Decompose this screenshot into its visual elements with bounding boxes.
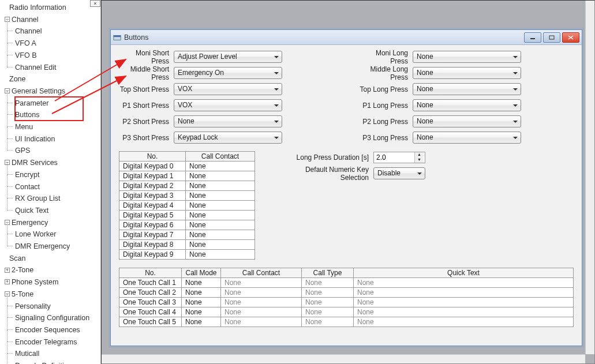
tree-encrypt[interactable]: Encrypt [15,171,39,179]
tree-parameter[interactable]: Parameter [15,99,48,107]
touch-qt[interactable]: None [354,278,574,288]
dropdown-p3-sp[interactable]: Keypad Lock [174,132,282,144]
keypad-contact[interactable]: None [186,162,255,171]
touch-type[interactable]: None [302,278,354,288]
table-row[interactable]: Digital Keypad 6None [119,220,255,230]
touch-type[interactable]: None [302,298,354,307]
scrollbar-horizontal[interactable] [102,354,585,363]
touch-contact[interactable]: None [221,278,302,288]
dropdown-middle-sp[interactable]: Emergency On [174,67,282,79]
tree-vfo-a[interactable]: VFO A [15,39,36,47]
dropdown-p2-sp[interactable]: None [174,115,282,127]
dropdown-top-sp[interactable]: VOX [174,83,282,95]
maximize-button[interactable] [543,32,560,43]
titlebar[interactable]: Buttons [111,30,582,45]
tree-5tone[interactable]: 5-Tone [12,290,33,298]
touch-type[interactable]: None [302,307,354,317]
tree-ui-indication[interactable]: UI Indication [15,134,55,142]
dropdown-moni-sp[interactable]: Adjust Power Level [174,51,282,63]
keypad-contact[interactable]: None [186,211,255,220]
table-row[interactable]: Digital Keypad 2None [119,181,255,191]
keypad-contact[interactable]: None [186,250,255,260]
touch-contact[interactable]: None [221,288,302,298]
keypad-contact[interactable]: None [186,230,255,240]
table-row[interactable]: One Touch Call 3NoneNoneNoneNone [119,298,574,307]
tree-2tone[interactable]: 2-Tone [12,266,33,274]
tree-sig-config[interactable]: Signaling Configuration [15,314,89,322]
spinner-down-icon[interactable]: ▼ [415,157,424,163]
table-row[interactable]: Digital Keypad 1None [119,171,255,181]
keypad-contact[interactable]: None [186,201,255,211]
tree-general[interactable]: General Settings [12,87,65,95]
touch-mode[interactable]: None [182,278,221,288]
touch-qt[interactable]: None [354,288,574,298]
dropdown-def-numkey[interactable]: Disable [373,167,425,179]
touch-mode[interactable]: None [182,298,221,307]
input-lp-duration[interactable] [374,152,414,163]
spinner-up-icon[interactable]: ▲ [415,152,424,157]
tree-menu[interactable]: Menu [15,123,33,131]
tree-gps[interactable]: GPS [15,147,30,155]
table-row[interactable]: Digital Keypad 5None [119,211,255,220]
touch-mode[interactable]: None [182,288,221,298]
tree-zone[interactable]: Zone [9,75,26,83]
tree-quick-text[interactable]: Quick Text [15,207,48,215]
dropdown-p1-sp[interactable]: VOX [174,99,282,111]
touch-type[interactable]: None [302,288,354,298]
touch-contact[interactable]: None [221,298,302,307]
table-row[interactable]: Digital Keypad 3None [119,191,255,201]
minimize-button[interactable] [524,32,541,43]
tree-lone-worker[interactable]: Lone Worker [15,230,56,238]
tree-contact[interactable]: Contact [15,182,40,190]
tree-buttons[interactable]: Buttons [15,111,39,119]
dropdown-p1-lp[interactable]: None [413,99,521,111]
table-row[interactable]: Digital Keypad 7None [119,230,255,240]
keypad-contact[interactable]: None [186,171,255,181]
tree-decode-def[interactable]: Decode Definition [15,362,72,364]
table-row[interactable]: One Touch Call 1NoneNoneNoneNone [119,278,574,288]
touch-contact[interactable]: None [221,317,302,327]
tree-emergency[interactable]: Emergency [12,218,48,226]
touch-type[interactable]: None [302,317,354,327]
tree-dmr-emergency[interactable]: DMR Emergency [15,242,70,250]
scrollbar-vertical[interactable] [585,1,594,354]
table-row[interactable]: Digital Keypad 8None [119,240,255,250]
keypad-contact[interactable]: None [186,240,255,250]
touch-mode[interactable]: None [182,307,221,317]
dropdown-p3-lp[interactable]: None [413,132,521,144]
keypad-contact[interactable]: None [186,181,255,191]
tree-toggle-2tone[interactable]: + [5,268,10,273]
touch-qt[interactable]: None [354,307,574,317]
tree-channel[interactable]: Channel [12,15,39,23]
tree-vfo-b[interactable]: VFO B [15,51,37,59]
keypad-contact[interactable]: None [186,220,255,230]
keypad-contact[interactable]: None [186,191,255,201]
touch-contact[interactable]: None [221,307,302,317]
table-row[interactable]: One Touch Call 2NoneNoneNoneNone [119,288,574,298]
tree-rx-group[interactable]: RX Group List [15,194,61,202]
tree-personality[interactable]: Personality [15,302,51,310]
dropdown-middle-lp[interactable]: None [413,67,521,79]
dropdown-p2-lp[interactable]: None [413,115,521,127]
tree-radio-info[interactable]: Radio Information [9,3,66,12]
tree-scan[interactable]: Scan [9,254,26,262]
dropdown-moni-lp[interactable]: None [413,51,521,63]
close-button[interactable] [562,32,579,43]
tree-toggle-phone[interactable]: + [5,279,10,284]
tree-enc-seq[interactable]: Encoder Sequences [15,326,80,334]
tree-channel-edit[interactable]: Channel Edit [15,63,57,71]
touch-qt[interactable]: None [354,317,574,327]
table-row[interactable]: One Touch Call 5NoneNoneNoneNone [119,317,574,327]
spinner-lp-duration[interactable]: ▲▼ [373,152,425,163]
tree-phone-system[interactable]: Phone System [12,278,58,286]
tree-muticall[interactable]: Muticall [15,350,39,358]
touch-qt[interactable]: None [354,298,574,307]
tree-channel-sub[interactable]: Channel [15,27,42,35]
tree-enc-tel[interactable]: Encoder Telegrams [15,337,77,346]
tree-dmr[interactable]: DMR Services [12,159,58,167]
touch-mode[interactable]: None [182,317,221,327]
table-row[interactable]: Digital Keypad 4None [119,201,255,211]
table-row[interactable]: One Touch Call 4NoneNoneNoneNone [119,307,574,317]
table-row[interactable]: Digital Keypad 0None [119,162,255,171]
table-row[interactable]: Digital Keypad 9None [119,250,255,260]
